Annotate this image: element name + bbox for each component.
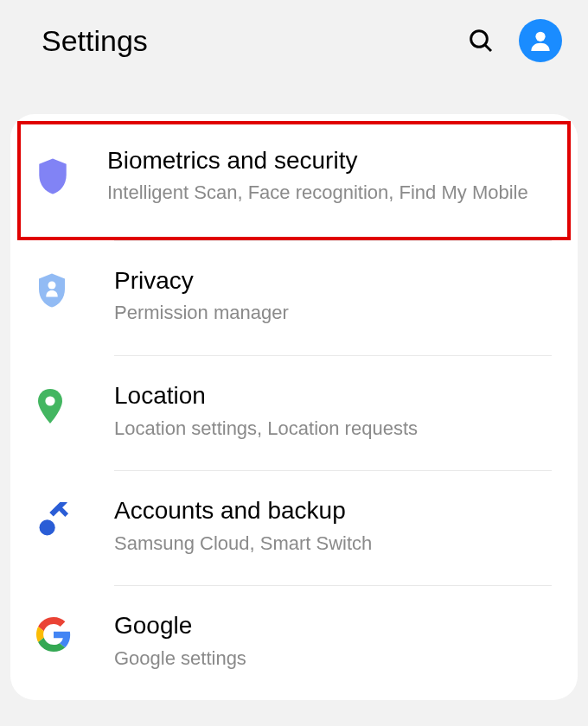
google-g-icon <box>36 617 71 652</box>
svg-point-3 <box>48 282 56 290</box>
header: Settings <box>0 0 588 114</box>
svg-point-0 <box>471 31 488 48</box>
page-title: Settings <box>42 24 148 58</box>
list-item-biometrics[interactable]: Biometrics and security Intelligent Scan… <box>17 121 571 240</box>
item-title: Accounts and backup <box>114 495 543 526</box>
settings-card: Biometrics and security Intelligent Scan… <box>10 114 578 700</box>
svg-point-5 <box>40 520 55 536</box>
key-icon <box>36 502 73 538</box>
list-item-privacy[interactable]: Privacy Permission manager <box>10 241 578 355</box>
shield-icon <box>36 157 69 195</box>
item-subtitle: Location settings, Location requests <box>114 416 543 442</box>
list-item-google[interactable]: Google Google settings <box>10 586 578 700</box>
svg-point-4 <box>45 397 54 406</box>
item-subtitle: Google settings <box>114 646 543 672</box>
location-pin-icon <box>36 387 64 425</box>
privacy-shield-icon <box>36 272 67 309</box>
svg-point-2 <box>535 32 545 41</box>
svg-line-1 <box>485 45 491 51</box>
item-subtitle: Samsung Cloud, Smart Switch <box>114 531 543 557</box>
item-title: Privacy <box>114 265 543 296</box>
search-icon[interactable] <box>467 27 495 54</box>
item-subtitle: Intelligent Scan, Face recognition, Find… <box>107 180 543 206</box>
list-item-location[interactable]: Location Location settings, Location req… <box>10 356 578 470</box>
item-title: Location <box>114 380 543 411</box>
item-title: Biometrics and security <box>107 145 543 176</box>
header-actions <box>467 19 562 62</box>
item-title: Google <box>114 610 543 641</box>
item-subtitle: Permission manager <box>114 300 543 326</box>
list-item-accounts[interactable]: Accounts and backup Samsung Cloud, Smart… <box>10 471 578 585</box>
profile-icon[interactable] <box>519 19 562 62</box>
